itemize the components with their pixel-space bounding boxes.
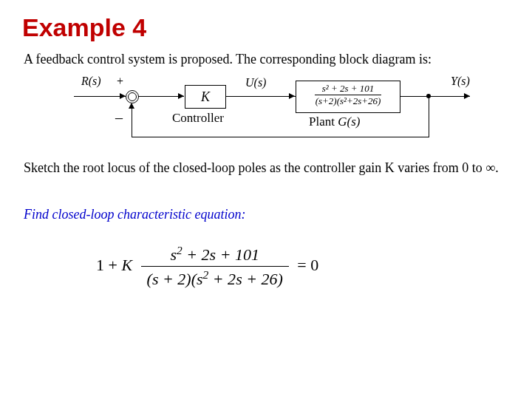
eq-tail: = 0 xyxy=(297,256,318,274)
block-diagram: R(s) + _ K Controller U(s) s² + 2s + 101… xyxy=(59,70,473,144)
arrow-out-icon xyxy=(464,93,470,99)
plus-sign: + xyxy=(117,75,123,88)
characteristic-equation: 1 + K s2 + 2s + 101 (s + 2)(s2 + 2s + 26… xyxy=(96,244,318,290)
eq-fraction: s2 + 2s + 101 (s + 2)(s2 + 2s + 26) xyxy=(141,244,289,290)
r-label: R(s) xyxy=(81,75,101,88)
eq-lead: 1 + K xyxy=(96,256,132,274)
summing-junction-inner xyxy=(128,92,137,101)
minus-sign: _ xyxy=(115,103,123,120)
sketch-text: Sketch the root locus of the closed-loop… xyxy=(24,159,504,177)
u-label: U(s) xyxy=(245,76,266,89)
find-text: Find closed-loop characteristic equation… xyxy=(24,207,245,222)
eq-numerator: s2 + 2s + 101 xyxy=(141,244,289,267)
intro-text: A feedback control system is proposed. T… xyxy=(24,52,432,67)
arrow-in-icon xyxy=(120,93,126,99)
controller-label: Controller xyxy=(172,111,224,126)
line-k-plant xyxy=(225,96,296,97)
plant-numerator: s² + 2s + 101 xyxy=(315,83,381,95)
plant-label: Plant G(s) xyxy=(309,115,360,129)
feedback-up xyxy=(132,109,132,137)
feedback-down xyxy=(429,96,429,137)
controller-box: K xyxy=(185,85,226,109)
line-in xyxy=(74,96,126,97)
page-title: Example 4 xyxy=(22,13,146,42)
line-out xyxy=(400,96,470,97)
y-label: Y(s) xyxy=(451,75,470,88)
arrow-feedback-icon xyxy=(129,103,134,109)
plant-denominator: (s+2)(s²+2s+26) xyxy=(311,95,385,106)
plant-box: s² + 2s + 101 (s+2)(s²+2s+26) xyxy=(296,81,400,113)
arrow-sum-k-icon xyxy=(178,93,184,99)
arrow-k-plant-icon xyxy=(289,93,295,99)
feedback-across xyxy=(132,137,429,137)
eq-denominator: (s + 2)(s2 + 2s + 26) xyxy=(141,267,289,289)
line-sum-k xyxy=(138,96,184,97)
